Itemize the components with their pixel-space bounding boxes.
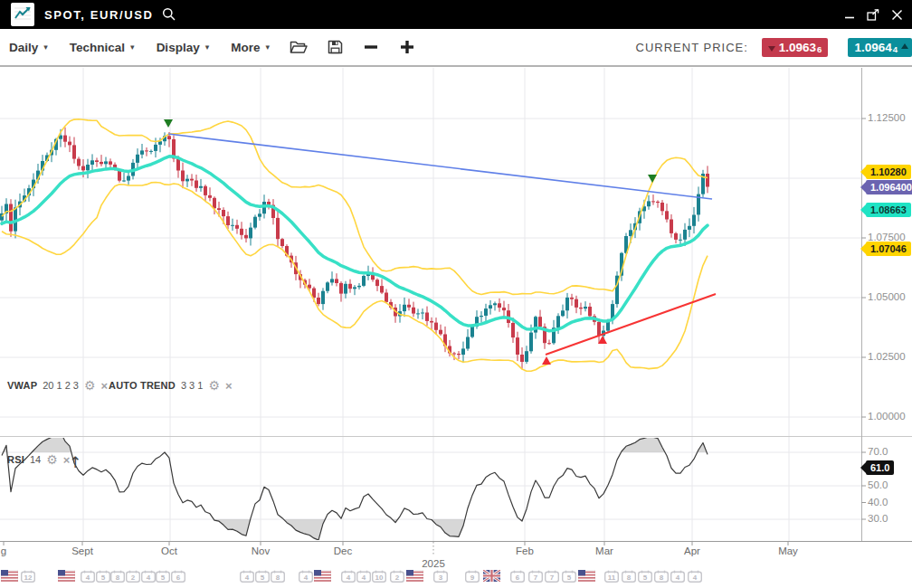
candle-body (493, 303, 497, 305)
minimize-button[interactable] (841, 6, 858, 23)
candle-body (511, 323, 515, 337)
calendar-event-icon[interactable]: 8 (654, 570, 669, 583)
calendar-event-icon[interactable]: 8 (622, 570, 636, 583)
candle-body (674, 233, 678, 240)
calendar-event-icon[interactable]: 5 (562, 570, 576, 583)
us-flag-icon[interactable] (314, 570, 331, 582)
candle-body (140, 150, 144, 154)
calendar-event-icon[interactable]: 10 (372, 570, 386, 583)
candle-body (226, 216, 230, 225)
calendar-event-icon[interactable]: 2 (126, 570, 140, 583)
auto-trend-remove-icon[interactable]: × (225, 380, 233, 392)
svg-text:4: 4 (693, 574, 698, 582)
bollinger-lower-badge: 1.07046 (866, 242, 911, 256)
candle-body (403, 305, 406, 311)
bollinger-upper-band (2, 119, 708, 295)
us-flag-icon[interactable] (406, 570, 423, 582)
calendar-event-icon[interactable]: 8 (271, 570, 285, 583)
rsi-remove-icon[interactable]: × (63, 454, 71, 466)
us-flag-icon[interactable] (1, 570, 18, 582)
candle-body (461, 348, 465, 355)
indicator-name: VWAP (7, 380, 37, 391)
svg-text:2: 2 (131, 574, 136, 582)
svg-text:4: 4 (304, 574, 309, 582)
candle-body (321, 291, 325, 304)
calendar-event-icon[interactable]: 2 (390, 570, 404, 583)
main-panel (0, 119, 716, 372)
vwap-line (2, 156, 708, 331)
candle-body (326, 282, 329, 290)
us-flag-icon[interactable] (578, 570, 595, 582)
descending-resistance-trendline[interactable] (168, 134, 712, 199)
month-label: Sept (71, 545, 93, 556)
candle-body (538, 317, 542, 327)
candle-body (430, 321, 433, 323)
candle-body (185, 179, 189, 182)
ascending-support-trendline[interactable] (546, 294, 716, 355)
svg-text:5: 5 (161, 574, 166, 582)
us-flag-icon[interactable] (58, 570, 75, 582)
calendar-event-icon[interactable]: 4 (341, 570, 356, 583)
rsi-settings-gear-icon[interactable]: ⚙ (46, 453, 58, 466)
calendar-event-icon[interactable]: 3 (433, 570, 448, 583)
calendar-event-icon[interactable]: 4 (688, 570, 702, 583)
candle-body (339, 283, 343, 294)
calendar-event-icon[interactable]: 5 (96, 570, 110, 583)
vwap-remove-icon[interactable]: × (101, 380, 109, 392)
calendar-event-icon[interactable]: 9 (465, 570, 480, 583)
zoom-in-button[interactable] (399, 39, 415, 55)
chevron-down-icon: ▾ (205, 43, 210, 52)
zoom-out-button[interactable] (363, 39, 379, 55)
candle-body (660, 203, 664, 211)
uk-flag-icon[interactable] (483, 570, 500, 582)
open-folder-icon[interactable] (290, 40, 308, 54)
price-axis-label: 1.02500 (868, 351, 906, 362)
candle-body (534, 317, 537, 332)
svg-text:8: 8 (276, 574, 280, 582)
candle-body (77, 159, 81, 166)
chart-canvas[interactable]: ↑ (0, 0, 912, 588)
calendar-event-icon[interactable]: 5 (638, 570, 652, 583)
vwap-settings-gear-icon[interactable]: ⚙ (84, 379, 96, 392)
calendar-event-icon[interactable]: 7 (545, 570, 559, 583)
candle-body (204, 186, 207, 195)
calendar-event-icon[interactable]: 4 (299, 570, 313, 583)
candle-body (81, 166, 85, 171)
bid-pip: 6 (817, 44, 822, 54)
technical-menu[interactable]: Technical▾ (70, 41, 135, 54)
popout-button[interactable] (865, 6, 881, 23)
calendar-event-icon[interactable]: 12 (21, 570, 35, 583)
month-label: g (1, 545, 6, 556)
candle-body (647, 201, 651, 206)
candle-body (122, 181, 126, 182)
search-icon[interactable] (162, 7, 176, 22)
candle-body (258, 213, 261, 216)
display-menu[interactable]: Display▾ (157, 41, 210, 54)
calendar-event-icon[interactable]: 5 (156, 570, 170, 583)
menu-label: Display (157, 41, 200, 54)
auto-trend-settings-gear-icon[interactable]: ⚙ (208, 379, 220, 392)
calendar-event-icon[interactable]: 11 (604, 570, 619, 583)
candle-body (190, 179, 194, 181)
calendar-event-icon[interactable]: 8 (110, 570, 125, 583)
calendar-event-icon[interactable]: 4 (670, 570, 685, 583)
calendar-event-icon[interactable]: 7 (528, 570, 543, 583)
calendar-event-icon[interactable]: 6 (510, 570, 525, 583)
save-icon[interactable] (328, 40, 343, 54)
candle-body (385, 293, 388, 302)
calendar-event-icon[interactable]: 4 (240, 570, 254, 583)
close-icon[interactable] (888, 6, 905, 23)
calendar-event-icon[interactable]: 5 (255, 570, 270, 583)
calendar-event-icon[interactable]: 4 (141, 570, 156, 583)
year-label: 2025 (422, 558, 445, 569)
candle-body (584, 307, 587, 308)
more-menu[interactable]: More▾ (231, 41, 270, 54)
svg-text:6: 6 (516, 574, 520, 582)
calendar-event-icon[interactable]: 4 (81, 570, 95, 583)
calendar-event-icon[interactable]: 6 (171, 570, 185, 583)
calendar-event-icon[interactable]: 4 (356, 570, 371, 583)
candle-body (412, 308, 415, 314)
chevron-down-icon: ▾ (265, 43, 270, 52)
timeframe-menu[interactable]: Daily▾ (9, 41, 48, 54)
candle-body (407, 305, 411, 308)
